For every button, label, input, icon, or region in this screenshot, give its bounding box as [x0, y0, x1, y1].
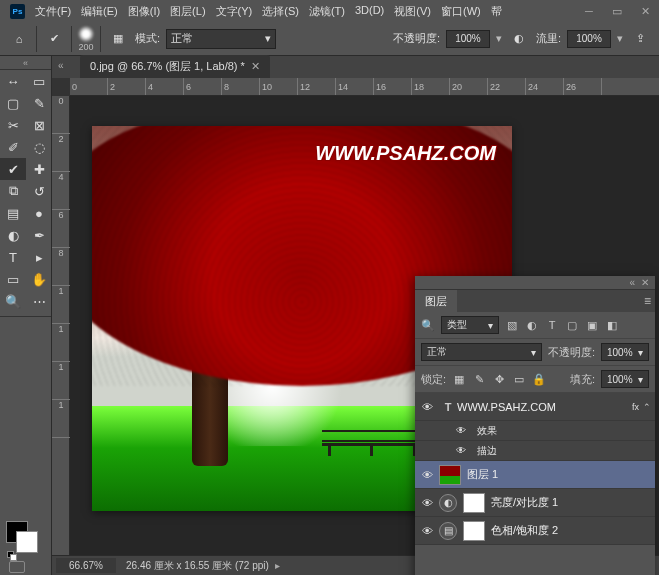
brush-tool[interactable]: ✔	[0, 158, 26, 180]
panel-menu-icon[interactable]: ≡	[644, 294, 651, 308]
menu-window[interactable]: 窗口(W)	[437, 1, 485, 22]
color-swatches[interactable]	[4, 517, 50, 575]
path-select-tool[interactable]: ▸	[26, 246, 52, 268]
airbrush-icon[interactable]: ⇪	[629, 28, 651, 50]
lock-transparency-icon[interactable]: ▦	[452, 373, 466, 386]
layer-name[interactable]: 色相/饱和度 2	[491, 523, 651, 538]
marquee-tool[interactable]: ▢	[0, 92, 26, 114]
toolbox-collapse-icon[interactable]: «	[0, 56, 51, 70]
fx-badge[interactable]: fx	[632, 402, 639, 412]
menu-edit[interactable]: 编辑(E)	[77, 1, 122, 22]
visibility-toggle-icon[interactable]: 👁	[415, 469, 439, 481]
document-info[interactable]: 26.46 厘米 x 16.55 厘米 (72 ppi)	[126, 559, 269, 573]
layer-name[interactable]: WWW.PSAHZ.COM	[457, 401, 632, 413]
blur-tool[interactable]: ●	[26, 202, 52, 224]
clone-stamp-tool[interactable]: ⧉	[0, 180, 26, 202]
select-subject-tool[interactable]: ◌	[26, 136, 52, 158]
brush-panel-toggle-icon[interactable]: ▦	[107, 28, 129, 50]
layer-mask-thumbnail[interactable]	[463, 493, 485, 513]
panel-collapse-icon[interactable]: «	[629, 277, 635, 288]
layer-row[interactable]: 👁 ◐ 亮度/对比度 1	[415, 489, 655, 517]
restore-button[interactable]: ▭	[603, 0, 631, 22]
hand-tool[interactable]: ✋	[26, 268, 52, 290]
move-tool[interactable]: ↔	[0, 70, 26, 92]
filter-smart-icon[interactable]: ▣	[585, 319, 599, 332]
layer-row[interactable]: 👁 ▤ 色相/饱和度 2	[415, 517, 655, 545]
lock-artboard-icon[interactable]: ▭	[512, 373, 526, 386]
layer-row[interactable]: 👁 T WWW.PSAHZ.COM fx ⌃	[415, 393, 655, 421]
layer-name[interactable]: 图层 1	[467, 467, 651, 482]
menu-image[interactable]: 图像(I)	[124, 1, 164, 22]
layer-effect-stroke[interactable]: 👁 描边	[415, 441, 655, 461]
visibility-toggle-icon[interactable]: 👁	[451, 425, 471, 436]
lock-all-icon[interactable]: 🔒	[532, 373, 546, 386]
menu-3d[interactable]: 3D(D)	[351, 1, 388, 22]
layer-name[interactable]: 亮度/对比度 1	[491, 495, 651, 510]
layers-panel[interactable]: « ✕ 图层 ≡ 🔍 类型▾ ▧ ◐ T ▢ ▣ ◧ 正常▾ 不透明度: 100…	[415, 276, 655, 575]
dock-toggle-icon[interactable]: «	[58, 60, 64, 71]
menu-layer[interactable]: 图层(L)	[166, 1, 209, 22]
layer-effects-row[interactable]: 👁 效果	[415, 421, 655, 441]
filter-shape-icon[interactable]: ▢	[565, 319, 579, 332]
layer-mask-thumbnail[interactable]	[463, 521, 485, 541]
home-icon[interactable]: ⌂	[8, 28, 30, 50]
close-button[interactable]: ✕	[631, 0, 659, 22]
menu-filter[interactable]: 滤镜(T)	[305, 1, 349, 22]
default-colors-icon[interactable]	[7, 551, 17, 561]
chevron-up-icon[interactable]: ⌃	[643, 402, 651, 412]
menu-select[interactable]: 选择(S)	[258, 1, 303, 22]
chevron-down-icon[interactable]: ▾	[496, 32, 502, 45]
blend-mode-select[interactable]: 正常▾	[166, 29, 276, 49]
gradient-tool[interactable]: ▤	[0, 202, 26, 224]
layer-list[interactable]: 👁 T WWW.PSAHZ.COM fx ⌃ 👁 效果 👁 描边 👁 图层 1 …	[415, 393, 655, 545]
adjustment-icon[interactable]: ▤	[439, 522, 457, 540]
layer-row[interactable]: 👁 图层 1	[415, 461, 655, 489]
pen-tool[interactable]: ✒	[26, 224, 52, 246]
artboard-tool[interactable]: ▭	[26, 70, 52, 92]
frame-tool[interactable]: ⊠	[26, 114, 52, 136]
ruler-vertical[interactable]: 0 2 4 6 8 1 1 1 1	[52, 96, 70, 555]
lock-position-icon[interactable]: ✥	[492, 373, 506, 386]
close-icon[interactable]: ✕	[251, 60, 260, 73]
flow-input[interactable]: 100%	[567, 30, 611, 48]
filter-toggle-icon[interactable]: ◧	[605, 319, 619, 332]
search-icon[interactable]: 🔍	[421, 319, 435, 332]
edit-toolbar-icon[interactable]: ⋯	[26, 290, 52, 312]
eyedropper-tool[interactable]: ✐	[0, 136, 26, 158]
layers-tab[interactable]: 图层	[415, 290, 457, 313]
menu-type[interactable]: 文字(Y)	[212, 1, 257, 22]
document-tab[interactable]: 0.jpg @ 66.7% (图层 1, Lab/8) * ✕	[80, 55, 270, 78]
menu-help[interactable]: 帮	[487, 1, 506, 22]
visibility-toggle-icon[interactable]: 👁	[415, 497, 439, 509]
filter-adjust-icon[interactable]: ◐	[525, 319, 539, 332]
filter-pixel-icon[interactable]: ▧	[505, 319, 519, 332]
ruler-horizontal[interactable]: 0 2 4 6 8 10 12 14 16 18 20 22 24 26	[70, 78, 659, 96]
opacity-input[interactable]: 100%	[446, 30, 490, 48]
crop-tool[interactable]: ✂	[0, 114, 26, 136]
tool-preset-icon[interactable]: ✔	[43, 28, 65, 50]
zoom-tool[interactable]: 🔍	[0, 290, 26, 312]
menu-view[interactable]: 视图(V)	[390, 1, 435, 22]
type-tool[interactable]: T	[0, 246, 26, 268]
pressure-opacity-icon[interactable]: ◐	[508, 28, 530, 50]
layer-blend-mode-select[interactable]: 正常▾	[421, 343, 542, 361]
chevron-right-icon[interactable]: ▸	[275, 560, 280, 571]
healing-brush-tool[interactable]: ✚	[26, 158, 52, 180]
close-icon[interactable]: ✕	[641, 277, 649, 288]
layer-opacity-input[interactable]: 100%▾	[601, 343, 649, 361]
background-color-swatch[interactable]	[16, 531, 38, 553]
chevron-down-icon[interactable]: ▾	[617, 32, 623, 45]
shape-tool[interactable]: ▭	[0, 268, 26, 290]
adjustment-icon[interactable]: ◐	[439, 494, 457, 512]
layer-fill-input[interactable]: 100%▾	[601, 370, 649, 388]
menu-file[interactable]: 文件(F)	[31, 1, 75, 22]
lasso-tool[interactable]: ✎	[26, 92, 52, 114]
minimize-button[interactable]: ─	[575, 0, 603, 22]
visibility-toggle-icon[interactable]: 👁	[415, 401, 439, 413]
quick-mask-icon[interactable]	[9, 561, 25, 573]
layer-thumbnail[interactable]	[439, 465, 461, 485]
brush-size-control[interactable]: 200	[78, 26, 94, 52]
visibility-toggle-icon[interactable]: 👁	[451, 445, 471, 456]
dodge-tool[interactable]: ◐	[0, 224, 26, 246]
zoom-level-input[interactable]: 66.67%	[56, 558, 116, 573]
